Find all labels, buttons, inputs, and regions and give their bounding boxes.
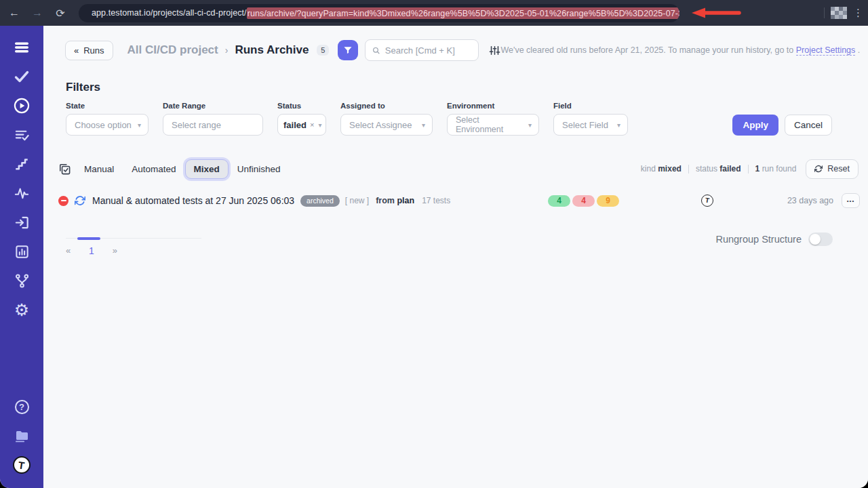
import-icon[interactable] [12,213,31,232]
folder-icon[interactable] [12,426,31,445]
runs-count-badge: 5 [317,45,329,56]
status-selected-value: failed [283,120,307,130]
gear-icon[interactable]: ⚙ [12,300,31,319]
assignee-select[interactable]: Select Assignee ▾ [340,114,433,136]
extension-icon[interactable] [831,7,847,19]
filter-environment: Environment Select Environment ▾ [447,102,539,136]
chevron-down-icon: ▾ [422,121,425,129]
archived-badge: archived [300,195,340,207]
passed-count-badge: 4 [548,195,570,207]
branch-icon[interactable] [12,271,31,290]
funnel-icon [343,45,353,55]
help-icon[interactable]: ? [12,397,31,416]
run-more-button[interactable]: ••• [842,193,860,208]
url-highlighted-query: runs/archive/?queryParam=kind%3Dmixed%26… [247,7,679,19]
cancel-button[interactable]: Cancel [785,115,832,136]
browser-menu-icon[interactable]: ⋮ [853,7,863,19]
apply-button[interactable]: Apply [732,115,778,136]
breadcrumb: All CI/CD project › Runs Archive 5 [127,43,330,57]
browser-toolbar: ← → ⟳ app.testomat.io/projects/all-ci-cd… [0,0,868,26]
page-header: « Runs All CI/CD project › Runs Archive … [65,38,859,62]
count-summary: 1 run found [755,164,797,174]
failed-count-badge: 4 [572,195,595,207]
new-badge: [ new ] [345,196,369,205]
url-prefix: app.testomat.io/projects/all-ci-cd-proje… [92,8,247,18]
date-range-input[interactable] [172,120,254,130]
check-icon[interactable] [12,67,31,86]
summary-divider [748,165,749,174]
filter-assigned-to: Assigned to Select Assignee ▾ [340,102,433,136]
filter-summary: kind mixed status failed 1 run found Res… [641,159,859,179]
state-label: State [66,102,149,110]
activity-icon[interactable] [12,184,31,203]
reset-filters-button[interactable]: Reset [806,159,859,179]
run-stats: 4 4 9 [548,195,619,207]
tab-mixed[interactable]: Mixed [185,159,229,179]
pagination-next[interactable]: » [113,245,117,256]
collapse-icon: « [74,45,79,56]
menu-icon[interactable] [12,38,31,57]
mixed-run-icon [75,195,85,206]
filter-toggle-button[interactable] [338,40,358,60]
reload-icon[interactable]: ⟳ [52,7,69,20]
filters-panel: State Choose option ▾ Date Range Status [66,102,832,136]
search-input[interactable] [385,45,472,56]
back-to-runs-button[interactable]: « Runs [65,41,113,60]
breadcrumb-project[interactable]: All CI/CD project [127,43,218,57]
chevron-down-icon: ▾ [617,121,620,129]
notice-text: We've cleared old runs before Apr 21, 20… [500,45,793,55]
play-circle-icon[interactable] [12,96,31,115]
back-icon[interactable]: ← [5,7,23,19]
run-source-plan-link[interactable]: plan [397,196,414,205]
environment-label: Environment [447,102,539,110]
kind-summary: kind mixed [641,164,682,174]
filters-title: Filters [66,81,100,94]
status-select[interactable]: failed × ▾ [277,114,326,136]
tab-unfinished[interactable]: Unfinished [229,159,290,179]
notice-suffix: . [858,45,860,55]
assigned-to-label: Assigned to [340,102,433,110]
run-title-link[interactable]: Manual & automated tests at 27 Jun 2025 … [92,195,294,206]
filter-date-range: Date Range [163,102,263,136]
remove-status-icon[interactable]: × [310,121,314,129]
chart-icon[interactable] [12,242,31,261]
select-all-runs-button[interactable] [58,163,71,176]
pagination: « 1 » [66,238,201,256]
filter-field: Field Select Field ▾ [553,102,628,136]
failed-status-icon [58,196,68,206]
active-page-indicator [77,237,100,240]
sliders-icon [489,45,500,56]
rungroup-structure-toggle[interactable] [808,232,833,246]
summary-divider [688,165,689,174]
browser-separator [824,7,825,18]
tab-manual[interactable]: Manual [75,159,123,179]
project-settings-link[interactable]: Project Settings [796,45,856,56]
run-row: Manual & automated tests at 27 Jun 2025 … [57,190,860,211]
environment-select[interactable]: Select Environment ▾ [447,114,539,136]
adjust-columns-button[interactable] [489,45,500,56]
run-time-ago: 23 days ago [787,196,833,205]
address-bar[interactable]: app.testomat.io/projects/all-ci-cd-proje… [79,4,679,22]
reporter-logo-icon: T [701,195,713,207]
url-text: app.testomat.io/projects/all-ci-cd-proje… [92,8,679,18]
rungroup-structure-label: Rungroup Structure [715,234,802,245]
search-icon [372,46,380,55]
annotation-arrow [692,7,742,18]
pagination-page-1[interactable]: 1 [89,245,94,256]
main-content: « Runs All CI/CD project › Runs Archive … [43,26,868,488]
forward-icon[interactable]: → [28,7,46,19]
field-select[interactable]: Select Field ▾ [553,114,628,136]
cleanup-notice: We've cleared old runs before Apr 21, 20… [500,45,860,55]
filter-actions: Apply Cancel [732,115,832,136]
state-select[interactable]: Choose option ▾ [66,114,149,136]
tab-automated[interactable]: Automated [123,159,184,179]
checklist-icon[interactable] [12,125,31,144]
browser-window: ← → ⟳ app.testomat.io/projects/all-ci-cd… [0,0,868,488]
run-source: from plan [376,196,414,205]
logo-icon[interactable]: T [12,455,31,474]
pagination-prev[interactable]: « [66,245,71,256]
search-box [365,39,479,61]
chevron-down-icon: ▾ [138,121,141,129]
steps-icon[interactable] [12,155,31,174]
page-title: Runs Archive [235,43,309,57]
